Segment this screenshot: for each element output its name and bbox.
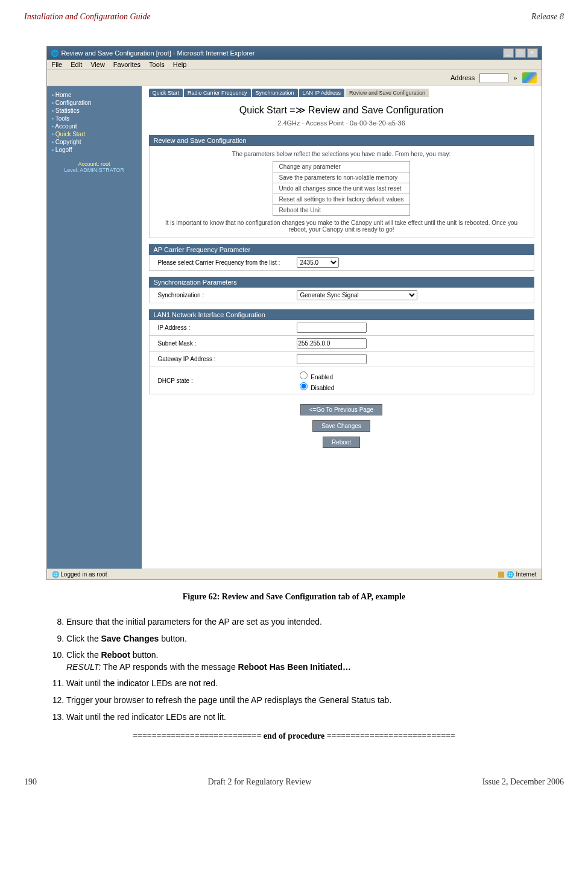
step-13: Wait until the red indicator LEDs are no…	[66, 712, 540, 724]
review-note: It is important to know that no configur…	[158, 219, 525, 233]
header-right: Release 8	[531, 12, 564, 22]
sidebar-item-tools[interactable]: Tools	[51, 115, 138, 122]
footer-right: Issue 2, December 2006	[482, 777, 564, 787]
option-undo: Undo all changes since the unit was last…	[273, 183, 410, 194]
menu-view[interactable]: View	[90, 61, 105, 68]
statusbar-left: 🌐 Logged in as root	[52, 571, 107, 578]
maximize-button[interactable]: □	[515, 48, 526, 58]
windows-flag-icon	[522, 72, 537, 83]
sidebar-item-account[interactable]: Account	[51, 122, 138, 130]
statusbar-zone: Internet	[516, 571, 537, 578]
sidebar-item-configuration[interactable]: Configuration	[51, 99, 138, 107]
subnet-label: Subnet Mask :	[158, 340, 297, 347]
menu-favorites[interactable]: Favorites	[113, 61, 141, 68]
step-10: Click the Reboot button.RESULT: The AP r…	[66, 649, 540, 673]
option-save: Save the parameters to non-volatile memo…	[273, 172, 410, 183]
sidebar-item-logoff[interactable]: Logoff	[51, 146, 138, 154]
reboot-button[interactable]: Reboot	[323, 437, 360, 448]
minimize-button[interactable]: _	[503, 48, 514, 58]
window-controls: _ □ ×	[503, 48, 538, 58]
page-header: Installation and Configuration Guide Rel…	[24, 12, 564, 22]
dhcp-enabled-radio[interactable]	[300, 371, 308, 379]
review-intro: The parameters below reflect the selecti…	[158, 151, 525, 157]
dhcp-disabled-radio[interactable]	[300, 382, 308, 390]
procedure-list: Ensure that the initial parameters for t…	[48, 616, 540, 723]
sidebar-level: Level: ADMINISTRATOR	[51, 167, 138, 173]
freq-select[interactable]: 2435.0	[297, 257, 339, 268]
section-review-body: The parameters below reflect the selecti…	[149, 146, 534, 238]
freq-row: Please select Carrier Frequency from the…	[149, 255, 534, 271]
window-titlebar: 🌐 Review and Save Configuration [root] -…	[47, 46, 542, 60]
ip-row: IP Address :	[149, 320, 534, 336]
browser-screenshot: 🌐 Review and Save Configuration [root] -…	[46, 46, 542, 580]
close-button[interactable]: ×	[527, 48, 538, 58]
step-11: Wait until the indicator LEDs are not re…	[66, 678, 540, 690]
lock-icon	[498, 572, 504, 578]
tab-review-save[interactable]: Review and Save Configuration	[346, 89, 429, 97]
step-8: Ensure that the initial parameters for t…	[66, 616, 540, 628]
tab-lan-ip[interactable]: LAN IP Address	[299, 89, 344, 97]
end-procedure: =========================== end of proce…	[24, 731, 564, 741]
gateway-input[interactable]	[297, 354, 367, 364]
sidebar: Home Configuration Statistics Tools Acco…	[47, 86, 142, 569]
menu-edit[interactable]: Edit	[71, 61, 82, 68]
sync-select[interactable]: Generate Sync Signal	[297, 290, 417, 300]
subnet-row: Subnet Mask :	[149, 336, 534, 352]
toolbar-chevron[interactable]: »	[513, 74, 517, 81]
save-changes-button[interactable]: Save Changes	[312, 420, 370, 432]
option-reboot: Reboot the Unit	[273, 205, 410, 216]
statusbar-right: 🌐 Internet	[498, 571, 537, 578]
sync-row: Synchronization : Generate Sync Signal	[149, 288, 534, 303]
window-title: Review and Save Configuration [root] - M…	[62, 49, 255, 57]
freq-label: Please select Carrier Frequency from the…	[158, 259, 297, 266]
tab-quickstart[interactable]: Quick Start	[149, 89, 183, 97]
main-panel: Quick Start Radio Carrier Frequency Sync…	[142, 86, 542, 569]
section-review-header: Review and Save Configuration	[149, 135, 534, 146]
tab-radio-carrier[interactable]: Radio Carrier Frequency	[184, 89, 251, 97]
globe-icon: 🌐	[507, 571, 514, 578]
ip-input[interactable]	[297, 323, 367, 333]
header-left: Installation and Configuration Guide	[24, 12, 151, 22]
prev-page-button[interactable]: <=Go To Previous Page	[300, 404, 382, 415]
ie-icon: 🌐	[51, 49, 59, 57]
sidebar-item-copyright[interactable]: Copyright	[51, 138, 138, 146]
dhcp-row: DHCP state : Enabled Disabled	[149, 367, 534, 394]
step-9: Click the Save Changes button.	[66, 633, 540, 645]
dhcp-label: DHCP state :	[158, 377, 297, 384]
address-input[interactable]	[479, 73, 508, 83]
section-freq-header: AP Carrier Frequency Parameter	[149, 244, 534, 255]
sync-label: Synchronization :	[158, 292, 297, 298]
sidebar-item-home[interactable]: Home	[51, 91, 138, 99]
main-subtitle: 2.4GHz - Access Point - 0a-00-3e-20-a5-3…	[149, 119, 534, 127]
footer-center: Draft 2 for Regulatory Review	[207, 777, 311, 787]
tab-row: Quick Start Radio Carrier Frequency Sync…	[149, 89, 534, 97]
tab-synchronization[interactable]: Synchronization	[252, 89, 298, 97]
dhcp-disabled-label: Disabled	[311, 385, 334, 391]
page-number: 190	[24, 777, 37, 787]
sidebar-item-quickstart[interactable]: Quick Start	[51, 130, 138, 138]
step-12: Trigger your browser to refresh the page…	[66, 695, 540, 707]
subnet-input[interactable]	[297, 338, 367, 349]
toolbar: Address »	[47, 70, 542, 86]
statusbar: 🌐 Logged in as root 🌐 Internet	[47, 569, 542, 579]
section-lan-header: LAN1 Network Interface Configuration	[149, 309, 534, 320]
option-reset: Reset all settings to their factory defa…	[273, 194, 410, 205]
sidebar-item-statistics[interactable]: Statistics	[51, 107, 138, 115]
menu-tools[interactable]: Tools	[149, 61, 165, 68]
menu-help[interactable]: Help	[173, 61, 187, 68]
options-table: Change any parameter Save the parameters…	[273, 161, 411, 216]
sidebar-account: Account: root	[51, 161, 138, 167]
option-change: Change any parameter	[273, 162, 410, 172]
gateway-row: Gateway IP Address :	[149, 352, 534, 367]
figure-caption: Figure 62: Review and Save Configuration…	[24, 592, 564, 602]
gateway-label: Gateway IP Address :	[158, 356, 297, 362]
main-title: Quick Start =≫ Review and Save Configura…	[149, 104, 534, 116]
menubar: File Edit View Favorites Tools Help	[47, 60, 542, 70]
ip-label: IP Address :	[158, 324, 297, 331]
address-label: Address	[450, 74, 475, 81]
section-sync-header: Synchronization Parameters	[149, 277, 534, 288]
menu-file[interactable]: File	[52, 61, 63, 68]
page-footer: 190 Draft 2 for Regulatory Review Issue …	[24, 777, 564, 787]
dhcp-enabled-label: Enabled	[311, 374, 333, 380]
